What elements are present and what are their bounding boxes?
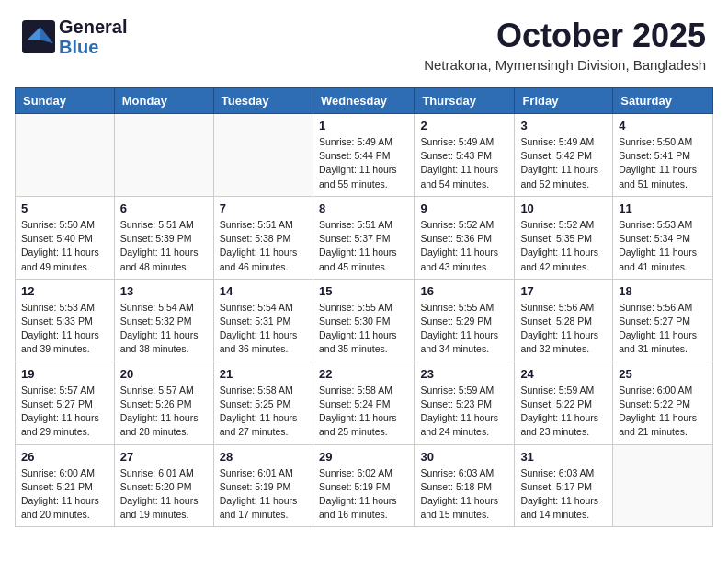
calendar-table: SundayMondayTuesdayWednesdayThursdayFrid… [15, 87, 713, 527]
day-number: 15 [319, 284, 408, 298]
day-info: Sunrise: 5:51 AMSunset: 5:38 PMDaylight:… [220, 218, 307, 274]
calendar-cell: 19Sunrise: 5:57 AMSunset: 5:27 PMDayligh… [16, 362, 115, 444]
day-info: Sunrise: 5:49 AMSunset: 5:43 PMDaylight:… [420, 135, 508, 191]
week-row-5: 26Sunrise: 6:00 AMSunset: 5:21 PMDayligh… [16, 444, 713, 527]
day-number: 14 [220, 284, 307, 298]
calendar-header-thursday: Thursday [415, 88, 515, 114]
calendar-cell: 31Sunrise: 6:03 AMSunset: 5:17 PMDayligh… [515, 444, 613, 527]
calendar-cell: 25Sunrise: 6:00 AMSunset: 5:22 PMDayligh… [613, 362, 713, 444]
day-info: Sunrise: 6:03 AMSunset: 5:18 PMDaylight:… [420, 466, 508, 523]
day-number: 28 [220, 450, 307, 464]
calendar-cell: 13Sunrise: 5:54 AMSunset: 5:32 PMDayligh… [114, 279, 213, 362]
calendar-cell: 28Sunrise: 6:01 AMSunset: 5:19 PMDayligh… [213, 444, 313, 527]
day-info: Sunrise: 5:57 AMSunset: 5:27 PMDaylight:… [21, 384, 108, 440]
day-number: 7 [220, 201, 307, 215]
calendar-cell: 20Sunrise: 5:57 AMSunset: 5:26 PMDayligh… [114, 362, 213, 444]
day-info: Sunrise: 5:55 AMSunset: 5:29 PMDaylight:… [420, 301, 508, 357]
calendar-cell: 22Sunrise: 5:58 AMSunset: 5:24 PMDayligh… [313, 362, 414, 444]
day-info: Sunrise: 5:57 AMSunset: 5:26 PMDaylight:… [120, 384, 208, 440]
day-info: Sunrise: 5:54 AMSunset: 5:31 PMDaylight:… [220, 301, 307, 357]
calendar-header-wednesday: Wednesday [313, 88, 414, 114]
day-number: 9 [420, 201, 508, 215]
calendar-header-monday: Monday [114, 88, 213, 114]
day-number: 10 [520, 201, 607, 215]
calendar-cell: 23Sunrise: 5:59 AMSunset: 5:23 PMDayligh… [415, 362, 515, 444]
day-info: Sunrise: 5:49 AMSunset: 5:44 PMDaylight:… [319, 135, 408, 191]
page-subtitle: Netrakona, Mymensingh Division, Banglade… [424, 57, 706, 73]
day-number: 12 [21, 284, 108, 298]
day-info: Sunrise: 5:52 AMSunset: 5:36 PMDaylight:… [420, 218, 508, 274]
calendar-cell: 4Sunrise: 5:50 AMSunset: 5:41 PMDaylight… [613, 114, 713, 197]
calendar-cell [114, 114, 213, 197]
day-info: Sunrise: 5:56 AMSunset: 5:27 PMDaylight:… [619, 301, 707, 357]
day-info: Sunrise: 6:01 AMSunset: 5:19 PMDaylight:… [220, 466, 307, 523]
day-info: Sunrise: 5:59 AMSunset: 5:22 PMDaylight:… [520, 384, 607, 440]
day-info: Sunrise: 5:56 AMSunset: 5:28 PMDaylight:… [520, 301, 607, 357]
calendar-cell [613, 444, 713, 527]
day-info: Sunrise: 5:50 AMSunset: 5:40 PMDaylight:… [21, 218, 108, 274]
day-info: Sunrise: 5:53 AMSunset: 5:33 PMDaylight:… [21, 301, 108, 357]
calendar-header-tuesday: Tuesday [213, 88, 313, 114]
day-info: Sunrise: 5:58 AMSunset: 5:25 PMDaylight:… [220, 384, 307, 440]
day-number: 3 [520, 119, 607, 132]
day-info: Sunrise: 6:03 AMSunset: 5:17 PMDaylight:… [520, 466, 607, 523]
calendar-cell: 26Sunrise: 6:00 AMSunset: 5:21 PMDayligh… [16, 444, 115, 527]
week-row-2: 5Sunrise: 5:50 AMSunset: 5:40 PMDaylight… [16, 196, 713, 279]
day-number: 21 [220, 367, 307, 381]
calendar-header-row: SundayMondayTuesdayWednesdayThursdayFrid… [16, 88, 713, 114]
day-number: 4 [619, 119, 707, 132]
calendar-cell: 1Sunrise: 5:49 AMSunset: 5:44 PMDaylight… [313, 114, 414, 197]
calendar-cell: 18Sunrise: 5:56 AMSunset: 5:27 PMDayligh… [613, 279, 713, 362]
calendar-cell: 15Sunrise: 5:55 AMSunset: 5:30 PMDayligh… [313, 279, 414, 362]
day-number: 27 [120, 450, 208, 464]
day-number: 6 [120, 201, 208, 215]
calendar-cell: 7Sunrise: 5:51 AMSunset: 5:38 PMDaylight… [213, 196, 313, 279]
day-number: 26 [21, 450, 108, 464]
day-number: 17 [520, 284, 607, 298]
calendar-cell: 29Sunrise: 6:02 AMSunset: 5:19 PMDayligh… [313, 444, 414, 527]
day-number: 24 [520, 367, 607, 381]
calendar-header-friday: Friday [515, 88, 613, 114]
calendar-cell: 11Sunrise: 5:53 AMSunset: 5:34 PMDayligh… [613, 196, 713, 279]
day-number: 25 [619, 367, 707, 381]
day-number: 16 [420, 284, 508, 298]
week-row-1: 1Sunrise: 5:49 AMSunset: 5:44 PMDaylight… [16, 114, 713, 197]
calendar-cell: 24Sunrise: 5:59 AMSunset: 5:22 PMDayligh… [515, 362, 613, 444]
day-number: 31 [520, 450, 607, 464]
day-info: Sunrise: 6:02 AMSunset: 5:19 PMDaylight:… [319, 466, 408, 523]
day-number: 22 [319, 367, 408, 381]
calendar-cell: 21Sunrise: 5:58 AMSunset: 5:25 PMDayligh… [213, 362, 313, 444]
calendar-cell: 3Sunrise: 5:49 AMSunset: 5:42 PMDaylight… [515, 114, 613, 197]
day-number: 29 [319, 450, 408, 464]
day-number: 20 [120, 367, 208, 381]
day-info: Sunrise: 5:51 AMSunset: 5:37 PMDaylight:… [319, 218, 408, 274]
calendar-cell: 5Sunrise: 5:50 AMSunset: 5:40 PMDaylight… [16, 196, 115, 279]
calendar-cell: 2Sunrise: 5:49 AMSunset: 5:43 PMDaylight… [415, 114, 515, 197]
day-number: 5 [21, 201, 108, 215]
day-number: 30 [420, 450, 508, 464]
logo-line1: General [59, 17, 127, 37]
calendar-cell: 12Sunrise: 5:53 AMSunset: 5:33 PMDayligh… [16, 279, 115, 362]
calendar-header-sunday: Sunday [16, 88, 115, 114]
calendar-cell: 16Sunrise: 5:55 AMSunset: 5:29 PMDayligh… [415, 279, 515, 362]
calendar-cell: 14Sunrise: 5:54 AMSunset: 5:31 PMDayligh… [213, 279, 313, 362]
day-info: Sunrise: 5:51 AMSunset: 5:39 PMDaylight:… [120, 218, 208, 274]
day-info: Sunrise: 5:55 AMSunset: 5:30 PMDaylight:… [319, 301, 408, 357]
day-info: Sunrise: 5:49 AMSunset: 5:42 PMDaylight:… [520, 135, 607, 191]
day-number: 13 [120, 284, 208, 298]
day-info: Sunrise: 5:50 AMSunset: 5:41 PMDaylight:… [619, 135, 707, 191]
day-number: 2 [420, 119, 508, 132]
logo-line2: Blue [59, 37, 127, 57]
week-row-3: 12Sunrise: 5:53 AMSunset: 5:33 PMDayligh… [16, 279, 713, 362]
calendar-cell: 27Sunrise: 6:01 AMSunset: 5:20 PMDayligh… [114, 444, 213, 527]
calendar-header-saturday: Saturday [613, 88, 713, 114]
page-title: October 2025 [496, 17, 706, 55]
day-info: Sunrise: 6:01 AMSunset: 5:20 PMDaylight:… [120, 466, 208, 523]
day-info: Sunrise: 5:58 AMSunset: 5:24 PMDaylight:… [319, 384, 408, 440]
day-number: 19 [21, 367, 108, 381]
logo: General Blue [22, 17, 127, 57]
day-info: Sunrise: 5:53 AMSunset: 5:34 PMDaylight:… [619, 218, 707, 274]
calendar-cell: 30Sunrise: 6:03 AMSunset: 5:18 PMDayligh… [415, 444, 515, 527]
day-number: 18 [619, 284, 707, 298]
day-info: Sunrise: 5:59 AMSunset: 5:23 PMDaylight:… [420, 384, 508, 440]
